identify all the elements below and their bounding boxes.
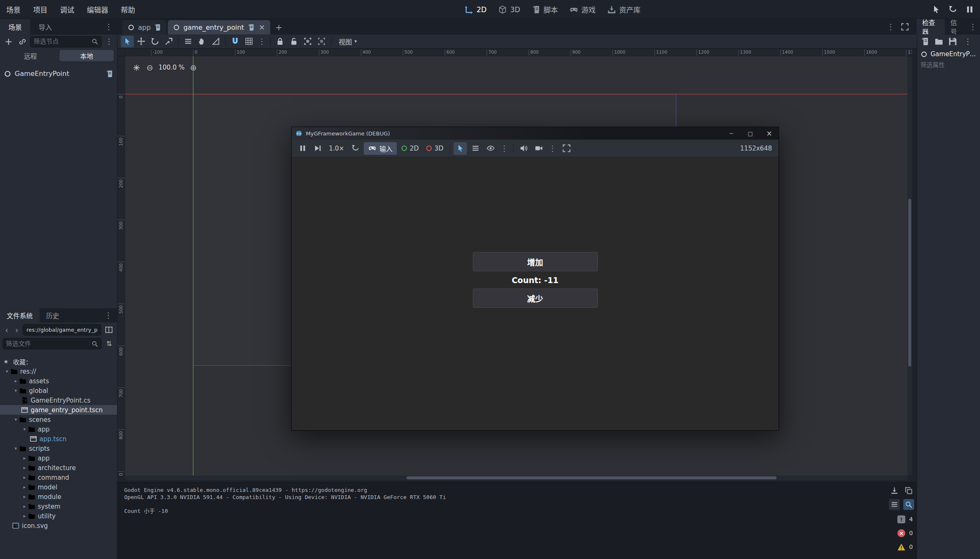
file-row-gameentrypoint.cs[interactable]: ★ GameEntryPoint.cs (0, 395, 117, 405)
workspace-tab-3d[interactable]: 3D (494, 3, 525, 16)
ungroup-icon[interactable] (315, 36, 328, 47)
minimize-button[interactable]: ─ (722, 127, 741, 140)
save-log-icon[interactable] (889, 485, 900, 496)
scene-tabs-menu-icon[interactable]: ⋮ (885, 23, 896, 31)
tree-arrow-icon[interactable] (21, 426, 28, 432)
select-tool-icon[interactable] (121, 36, 134, 47)
file-row-command[interactable]: ★ command (0, 473, 117, 482)
camera-override-icon[interactable] (532, 142, 545, 155)
inspector-menu-icon[interactable]: ⋮ (962, 38, 973, 45)
scene-tab-game-entry-point[interactable]: game_entry_point × (168, 20, 270, 34)
tab-signals[interactable]: 信号 (945, 19, 967, 34)
new-resource-icon[interactable] (921, 37, 929, 46)
path-input[interactable] (26, 327, 97, 333)
file-row[interactable]: ★ 收藏： (0, 357, 117, 367)
grid-snap-icon[interactable] (242, 36, 255, 47)
list-select-icon[interactable] (469, 142, 482, 155)
tree-arrow-icon[interactable] (21, 504, 28, 509)
lock-icon[interactable] (274, 36, 287, 47)
tab-import-dock[interactable]: 导入 (30, 19, 60, 34)
pause-icon[interactable] (962, 3, 977, 17)
menu-item-editor[interactable]: 编辑器 (81, 0, 115, 19)
game-window-titlebar[interactable]: MyGFrameworkGame (DEBUG) ─ □ × (292, 127, 779, 140)
select-options-icon[interactable]: ⋮ (499, 145, 510, 152)
file-row-res[interactable]: ★ res:// (0, 367, 117, 376)
suspend-icon[interactable] (296, 142, 309, 155)
warning-count-badge[interactable]: 0 (897, 542, 914, 551)
scene-tab-app[interactable]: app (122, 20, 166, 34)
tree-arrow-icon[interactable] (21, 465, 28, 471)
error-count-badge[interactable]: × 0 (897, 528, 914, 538)
menu-item-debug[interactable]: 调试 (54, 0, 81, 19)
menu-item-scene[interactable]: 场景 (0, 0, 27, 19)
file-row-icon.svg[interactable]: ★ icon.svg (0, 521, 117, 530)
mode-3d-radio[interactable]: 3D (423, 142, 446, 155)
zoom-level[interactable]: 100.0 % (157, 64, 186, 71)
add-node-button[interactable] (3, 36, 14, 47)
file-row-architecture[interactable]: ★ architecture (0, 463, 117, 473)
workspace-tab-script[interactable]: 脚本 (527, 2, 563, 17)
tree-arrow-icon[interactable] (21, 494, 28, 499)
zoom-in-icon[interactable]: ⊕ (187, 61, 200, 74)
tab-inspector[interactable]: 检查器 (917, 19, 945, 34)
split-view-icon[interactable] (103, 325, 115, 335)
tree-arrow-icon[interactable] (21, 484, 28, 490)
select-cursor-icon[interactable] (454, 142, 467, 155)
workspace-tab-assetlib[interactable]: 资产库 (603, 2, 645, 17)
workspace-tab-game[interactable]: 游戏 (565, 2, 600, 17)
decrease-button[interactable]: 减少 (473, 289, 598, 308)
input-mode-toggle[interactable]: 输入 (364, 142, 397, 155)
file-row-app.tscn[interactable]: ★ app.tscn (0, 434, 117, 444)
group-icon[interactable] (301, 36, 314, 47)
filter-properties-input[interactable] (920, 62, 975, 68)
mute-audio-icon[interactable] (517, 142, 530, 155)
tab-filesystem[interactable]: 文件系统 (0, 308, 39, 322)
workspace-tab-2d[interactable]: 2D (460, 3, 491, 16)
zoom-out-icon[interactable]: ⊖ (143, 61, 156, 74)
file-row-assets[interactable]: ★ assets (0, 376, 117, 386)
viewport-hscrollbar[interactable] (125, 476, 907, 480)
local-button[interactable]: 本地 (60, 50, 114, 61)
view-menu-button[interactable]: 视图▾ (334, 36, 361, 47)
close-button[interactable]: × (760, 127, 779, 140)
remote-button[interactable]: 远程 (3, 50, 57, 61)
snap-asterisk-icon[interactable] (130, 61, 143, 74)
vscrollbar-thumb[interactable] (908, 199, 911, 367)
menu-item-project[interactable]: 项目 (27, 0, 54, 19)
snap-options-icon[interactable]: ⋮ (256, 38, 267, 45)
next-frame-icon[interactable] (311, 142, 324, 155)
right-dock-menu-icon[interactable]: ⋮ (967, 23, 978, 31)
sort-files-icon[interactable]: ⇅ (104, 338, 115, 349)
smart-snap-icon[interactable] (229, 36, 242, 47)
tree-arrow-icon[interactable] (12, 417, 19, 422)
instance-scene-button[interactable] (16, 36, 28, 47)
file-row-system[interactable]: ★ system (0, 502, 117, 511)
list-select-icon[interactable] (182, 36, 195, 47)
filesystem-menu-icon[interactable]: ⋮ (103, 312, 114, 319)
save-resource-icon[interactable] (949, 37, 957, 46)
tree-arrow-icon[interactable] (21, 513, 28, 519)
embed-fullscreen-icon[interactable] (560, 142, 573, 155)
left-dock-menu-icon[interactable]: ⋮ (103, 23, 114, 31)
tree-arrow-icon[interactable] (21, 475, 28, 480)
scene-tree-root-node[interactable]: GameEntryPoint (0, 67, 117, 80)
ruler-tool-icon[interactable] (209, 36, 222, 47)
scale-tool-icon[interactable] (162, 36, 175, 47)
load-resource-icon[interactable] (935, 37, 943, 46)
distraction-free-icon[interactable] (901, 23, 909, 31)
tree-arrow-icon[interactable] (12, 388, 19, 393)
time-scale-value[interactable]: 1.0× (326, 145, 347, 152)
nav-back-icon[interactable]: ‹ (3, 325, 11, 335)
visibility-eye-icon[interactable] (484, 142, 497, 155)
collapse-log-icon[interactable] (889, 499, 900, 510)
tree-arrow-icon[interactable] (12, 378, 19, 384)
file-row-game-entry-point.tscn[interactable]: ★ game_entry_point.tscn (0, 405, 117, 415)
copy-log-icon[interactable] (903, 485, 914, 496)
file-row-utility[interactable]: ★ utility (0, 511, 117, 521)
reload-icon[interactable] (946, 3, 960, 17)
message-count-badge[interactable]: ! 4 (897, 515, 914, 524)
move-tool-icon[interactable] (135, 36, 148, 47)
increase-button[interactable]: 增加 (473, 252, 598, 271)
hscrollbar-thumb[interactable] (407, 476, 777, 479)
scene-dock-menu-icon[interactable]: ⋮ (104, 38, 115, 45)
